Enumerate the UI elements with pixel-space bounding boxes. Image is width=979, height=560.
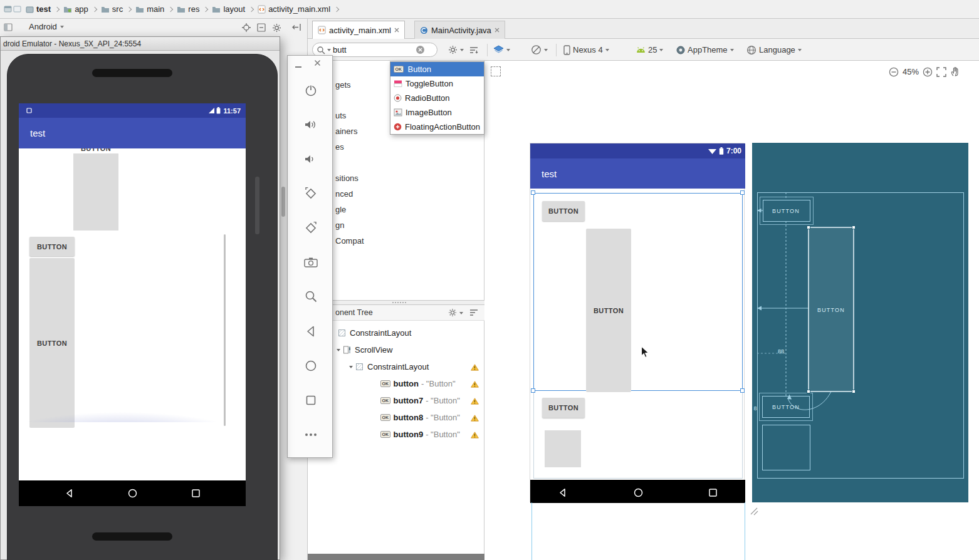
breadcrumb-item-file[interactable]: activity_main.xml: [256, 3, 332, 15]
api-version-selector[interactable]: 25: [636, 39, 663, 61]
design-big-button[interactable]: BUTTON: [586, 229, 631, 392]
breadcrumb-item-src[interactable]: src: [99, 3, 125, 15]
theme-selector[interactable]: AppTheme: [676, 39, 734, 61]
project-view-selector[interactable]: Android: [29, 22, 64, 31]
palette-category[interactable]: ainers: [335, 127, 357, 137]
scrollbar-thumb[interactable]: [224, 234, 226, 426]
tree-row-button[interactable]: OK button - "Button": [308, 375, 485, 392]
palette-item-button[interactable]: OK Button: [390, 62, 484, 76]
tool-window-icon[interactable]: [4, 23, 13, 31]
emulator-tall-button[interactable]: BUTTON: [29, 258, 75, 428]
breadcrumb-item-main[interactable]: main: [134, 3, 166, 15]
design-button1[interactable]: BUTTON: [542, 201, 585, 221]
design-surface-selector[interactable]: [493, 39, 510, 61]
tree-row-scrollview[interactable]: ScrollView: [308, 341, 485, 358]
tree-row-button7[interactable]: OK button7 - "Button": [308, 392, 485, 409]
nav-recents-icon[interactable]: [708, 488, 718, 500]
panel-scrollbar-thumb[interactable]: [281, 187, 285, 217]
palette-category[interactable]: gets: [335, 80, 351, 90]
language-selector[interactable]: Language: [746, 39, 802, 61]
palette-category[interactable]: es: [335, 142, 344, 152]
collapse-all-icon[interactable]: [257, 23, 266, 32]
palette-category[interactable]: Compat: [335, 236, 364, 246]
breadcrumb-item-app[interactable]: app: [61, 3, 90, 15]
pan-hand-icon[interactable]: [950, 66, 961, 77]
rotate-left-button[interactable]: [299, 182, 323, 205]
expand-caret-icon[interactable]: [349, 366, 353, 368]
emulator-gray-button-block[interactable]: [73, 153, 118, 231]
clear-search-icon[interactable]: [416, 46, 424, 54]
zoom-out-icon[interactable]: [889, 67, 899, 77]
tree-row-constraintlayout-root[interactable]: ConstraintLayout: [308, 324, 485, 341]
design-canvas[interactable]: 45% 7:00 test BUTTON BUTTO: [484, 61, 979, 560]
nav-back-icon[interactable]: [558, 488, 567, 500]
editor-settings-button[interactable]: [448, 39, 464, 61]
view-options-button[interactable]: [469, 39, 478, 61]
sort-lines-icon[interactable]: [469, 309, 478, 316]
blueprint-view[interactable]: BUTTON BUTTON BUTTON 88 8: [752, 143, 968, 502]
hide-panel-icon[interactable]: [292, 23, 301, 31]
breadcrumb-item-layout[interactable]: layout: [210, 3, 247, 15]
emulator-titlebar[interactable]: droid Emulator - Nexus_5X_API_24:5554: [1, 37, 280, 51]
palette-item-togglebutton[interactable]: ToggleButton: [390, 76, 484, 91]
breadcrumb-item-res[interactable]: res: [175, 3, 201, 15]
palette-item-floatingactionbutton[interactable]: FloatingActionButton: [390, 120, 484, 134]
back-button[interactable]: [299, 319, 323, 343]
tree-row-button9[interactable]: OK button9 - "Button": [308, 426, 485, 443]
locate-icon[interactable]: [242, 23, 251, 32]
nav-home-icon[interactable]: [128, 489, 137, 500]
design-button3[interactable]: BUTTON: [542, 398, 585, 418]
design-view[interactable]: 7:00 test BUTTON BUTTON BUTTON: [530, 143, 745, 502]
palette-item-imagebutton[interactable]: ImageButton: [390, 105, 484, 120]
palette-category[interactable]: uts: [335, 111, 346, 121]
orientation-selector[interactable]: [531, 39, 548, 61]
close-icon[interactable]: [394, 28, 399, 33]
emulator-button[interactable]: BUTTON: [29, 237, 75, 256]
emulator-screen[interactable]: 11:57 test BUTTON BUTTON BUTTON: [19, 103, 246, 506]
volume-down-button[interactable]: [299, 147, 323, 171]
tab-activity-main-xml[interactable]: activity_main.xml: [312, 21, 405, 39]
tree-row-button8[interactable]: OK button8 - "Button": [308, 409, 485, 426]
power-button[interactable]: [299, 78, 323, 102]
tree-row-constraintlayout-inner[interactable]: ConstraintLayout: [308, 358, 485, 375]
breadcrumb-item-project[interactable]: test: [24, 3, 53, 15]
zoom-to-fit-icon[interactable]: [936, 67, 946, 77]
selection-handle[interactable]: [852, 390, 856, 393]
gear-icon[interactable]: [272, 23, 281, 33]
resize-handle-icon[interactable]: [750, 507, 758, 516]
selection-handle[interactable]: [531, 190, 535, 195]
nav-recents-icon[interactable]: [191, 489, 201, 500]
zoom-button[interactable]: [299, 284, 323, 308]
selection-handle[interactable]: [807, 226, 810, 229]
screenshot-camera-button[interactable]: [299, 250, 323, 274]
selection-handle[interactable]: [807, 390, 810, 393]
search-input[interactable]: [333, 45, 414, 54]
selection-handle[interactable]: [740, 190, 745, 195]
zoom-in-icon[interactable]: [923, 67, 933, 77]
emulator-window[interactable]: droid Emulator - Nexus_5X_API_24:5554 11…: [0, 36, 280, 560]
more-options-button[interactable]: [299, 423, 323, 447]
layout-bounds-icon[interactable]: [491, 66, 501, 76]
selection-handle[interactable]: [852, 226, 856, 229]
expand-caret-icon[interactable]: [337, 349, 340, 351]
palette-category[interactable]: nced: [335, 189, 353, 199]
panel-splitter[interactable]: [308, 300, 485, 305]
selection-handle[interactable]: [740, 388, 745, 393]
rotate-right-button[interactable]: [299, 216, 323, 240]
emulator-app-content[interactable]: BUTTON BUTTON BUTTON: [19, 148, 246, 480]
close-icon[interactable]: [314, 60, 321, 66]
nav-home-icon[interactable]: [634, 488, 643, 500]
tab-mainactivity-java[interactable]: MainActivity.java: [414, 21, 505, 39]
overview-button[interactable]: [299, 388, 323, 412]
selection-handle[interactable]: [531, 388, 535, 393]
palette-category[interactable]: sitions: [335, 174, 359, 184]
gear-icon[interactable]: [448, 308, 457, 317]
nav-back-icon[interactable]: [65, 489, 74, 500]
minimize-icon[interactable]: [295, 62, 305, 68]
design-button4-block[interactable]: [545, 430, 581, 467]
palette-item-radiobutton[interactable]: RadioButton: [390, 91, 484, 105]
volume-up-button[interactable]: [299, 113, 323, 137]
blueprint-canvas[interactable]: BUTTON BUTTON BUTTON 88 8: [752, 143, 968, 502]
palette-category[interactable]: gn: [335, 220, 344, 231]
search-options-caret-icon[interactable]: [327, 49, 331, 51]
